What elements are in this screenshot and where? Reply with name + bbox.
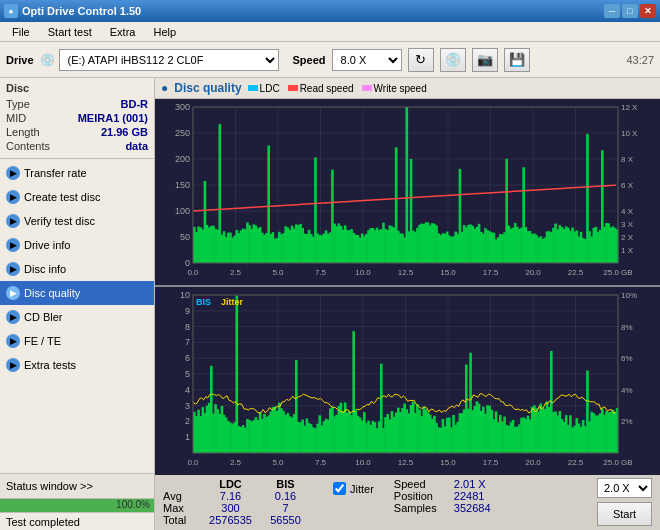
start-button[interactable]: Start: [597, 502, 652, 526]
nav-icon-create: ▶: [6, 190, 20, 204]
menu-bar: File Start test Extra Help: [0, 22, 660, 42]
camera-button[interactable]: 📷: [472, 48, 498, 72]
main-area: Disc Type BD-R MID MEIRA1 (001) Length 2…: [0, 78, 660, 530]
nav-disc-quality[interactable]: ▶ Disc quality: [0, 281, 154, 305]
chart-icon: ●: [161, 81, 168, 95]
samples-value: 352684: [454, 502, 491, 514]
disc-row-type: Type BD-R: [6, 98, 148, 110]
menu-extra[interactable]: Extra: [102, 24, 144, 40]
jitter-label: Jitter: [350, 483, 374, 495]
chart-header: ● Disc quality LDC Read speed Write spee…: [155, 78, 660, 99]
toolbar: Drive 💿 (E:) ATAPI iHBS112 2 CL0F Speed …: [0, 42, 660, 78]
drive-label: Drive: [6, 54, 34, 66]
disc-title: Disc: [6, 82, 148, 94]
chart-title: Disc quality: [174, 81, 241, 95]
position-label: Position: [394, 490, 454, 502]
legend-read-label: Read speed: [300, 83, 354, 94]
bis-header: BIS: [258, 478, 313, 490]
disc-row-length: Length 21.96 GB: [6, 126, 148, 138]
sidebar-nav: ▶ Transfer rate ▶ Create test disc ▶ Ver…: [0, 159, 154, 473]
title-bar: ● Opti Drive Control 1.50 ─ □ ✕: [0, 0, 660, 22]
nav-icon-cd-bler: ▶: [6, 310, 20, 324]
legend-ldc: LDC: [248, 83, 280, 94]
close-button[interactable]: ✕: [640, 4, 656, 18]
speed-select[interactable]: 8.0 X: [332, 49, 402, 71]
stats-max-row: Max 300 7: [163, 502, 313, 514]
stats-bar: LDC BIS Avg 7.16 0.16 Max 300 7 Total: [155, 473, 660, 530]
samples-label: Samples: [394, 502, 454, 514]
max-label: Max: [163, 502, 203, 514]
test-completed-label: Test completed: [0, 512, 154, 530]
nav-icon-extra: ▶: [6, 358, 20, 372]
bottom-chart-canvas: [155, 287, 660, 475]
nav-icon-fe-te: ▶: [6, 334, 20, 348]
progress-bar: 100.0%: [0, 498, 154, 512]
bis-total: 56550: [258, 514, 313, 526]
legend-write: Write speed: [362, 83, 427, 94]
nav-drive-info[interactable]: ▶ Drive info: [0, 233, 154, 257]
ldc-total: 2576535: [203, 514, 258, 526]
nav-verify-test-disc[interactable]: ▶ Verify test disc: [0, 209, 154, 233]
menu-file[interactable]: File: [4, 24, 38, 40]
bis-max: 7: [258, 502, 313, 514]
disc-row-mid: MID MEIRA1 (001): [6, 112, 148, 124]
menu-start-test[interactable]: Start test: [40, 24, 100, 40]
legend-write-label: Write speed: [374, 83, 427, 94]
nav-fe-te[interactable]: ▶ FE / TE: [0, 329, 154, 353]
stats-avg-row: Avg 7.16 0.16: [163, 490, 313, 502]
nav-extra-tests[interactable]: ▶ Extra tests: [0, 353, 154, 377]
charts-container: [155, 99, 660, 473]
status-window-button[interactable]: Status window >>: [0, 474, 154, 498]
sidebar: Disc Type BD-R MID MEIRA1 (001) Length 2…: [0, 78, 155, 530]
app-icon: ●: [4, 4, 18, 18]
jitter-section: Jitter: [333, 482, 374, 495]
legend-write-dot: [362, 85, 372, 91]
minimize-button[interactable]: ─: [604, 4, 620, 18]
chart-legend: LDC Read speed Write speed: [248, 83, 427, 94]
ldc-max: 300: [203, 502, 258, 514]
disc-row-contents: Contents data: [6, 140, 148, 152]
bottom-chart: [155, 285, 660, 473]
speed-stat-label: Speed: [394, 478, 454, 490]
sidebar-bottom: Status window >> 100.0% Test completed: [0, 473, 154, 530]
nav-icon-disc-quality: ▶: [6, 286, 20, 300]
refresh-button[interactable]: ↻: [408, 48, 434, 72]
drive-select[interactable]: (E:) ATAPI iHBS112 2 CL0F: [59, 49, 279, 71]
nav-cd-bler[interactable]: ▶ CD Bler: [0, 305, 154, 329]
maximize-button[interactable]: □: [622, 4, 638, 18]
nav-disc-info[interactable]: ▶ Disc info: [0, 257, 154, 281]
top-chart-canvas: [155, 99, 660, 285]
nav-icon-transfer: ▶: [6, 166, 20, 180]
nav-create-test-disc[interactable]: ▶ Create test disc: [0, 185, 154, 209]
stats-table: LDC BIS Avg 7.16 0.16 Max 300 7 Total: [163, 478, 313, 526]
right-panel: ● Disc quality LDC Read speed Write spee…: [155, 78, 660, 530]
jitter-checkbox[interactable]: [333, 482, 346, 495]
nav-transfer-rate[interactable]: ▶ Transfer rate: [0, 161, 154, 185]
disc-section: Disc Type BD-R MID MEIRA1 (001) Length 2…: [0, 78, 154, 159]
top-chart: [155, 99, 660, 285]
drive-select-wrap: 💿 (E:) ATAPI iHBS112 2 CL0F: [40, 49, 279, 71]
bis-avg: 0.16: [258, 490, 313, 502]
position-table: Speed 2.01 X Position 22481 Samples 3526…: [394, 478, 491, 514]
app-title: Opti Drive Control 1.50: [22, 5, 141, 17]
save-button[interactable]: 💾: [504, 48, 530, 72]
legend-ldc-label: LDC: [260, 83, 280, 94]
nav-icon-verify: ▶: [6, 214, 20, 228]
speed-label: Speed: [293, 54, 326, 66]
nav-icon-disc-info: ▶: [6, 262, 20, 276]
avg-label: Avg: [163, 490, 203, 502]
control-buttons: 2.0 X Start: [597, 478, 652, 526]
legend-read: Read speed: [288, 83, 354, 94]
result-speed-select[interactable]: 2.0 X: [597, 478, 652, 498]
total-label: Total: [163, 514, 203, 526]
disc-button[interactable]: 💿: [440, 48, 466, 72]
legend-ldc-dot: [248, 85, 258, 91]
time-display: 43:27: [626, 54, 654, 66]
nav-icon-drive: ▶: [6, 238, 20, 252]
ldc-avg: 7.16: [203, 490, 258, 502]
stats-total-row: Total 2576535 56550: [163, 514, 313, 526]
menu-help[interactable]: Help: [145, 24, 184, 40]
progress-text: 100.0%: [116, 499, 150, 510]
legend-read-dot: [288, 85, 298, 91]
ldc-header: LDC: [203, 478, 258, 490]
